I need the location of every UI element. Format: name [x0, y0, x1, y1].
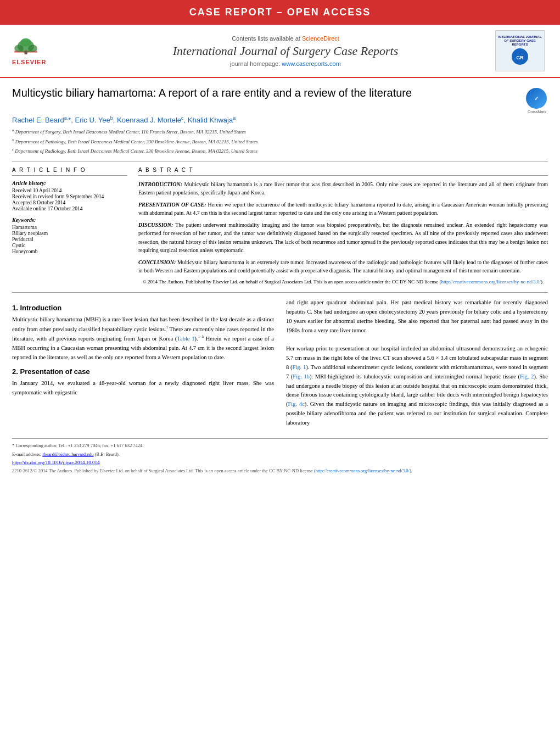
svg-point-4	[14, 44, 24, 52]
keyword-4: Cystic	[12, 243, 127, 248]
abstract-label: A B S T R A C T	[138, 167, 548, 176]
history-revised: Received in revised form 9 September 201…	[12, 194, 127, 199]
history-received: Received 10 April 2014	[12, 188, 127, 193]
keywords-section: Keywords: Hamartoma Biliary neoplasm Per…	[12, 217, 127, 254]
crossmark-badge: ✓ CrossMark	[526, 88, 548, 110]
footnote-star: * Corresponding author. Tel.: +1 253 279…	[12, 442, 548, 449]
journal-logo-box: INTERNATIONAL JOURNAL OF SURGERY CASE RE…	[495, 30, 545, 71]
abstract-conclusion: CONCLUSION: Multicystic biliary hamartom…	[138, 258, 548, 275]
article-info-column: A R T I C L E I N F O Article history: R…	[12, 167, 127, 286]
svg-rect-3	[25, 51, 27, 54]
cc-license-link[interactable]: http://creativecommons.org/licenses/by-n…	[441, 279, 541, 284]
info-abstract-columns: A R T I C L E I N F O Article history: R…	[12, 167, 548, 286]
journal-header-center: Contents lists available at ScienceDirec…	[81, 35, 490, 67]
abstract-presentation: PRESENTATION OF CASE: Herein we report t…	[138, 200, 548, 217]
keyword-1: Hamartoma	[12, 225, 127, 230]
section1-text: Multicystic biliary hamartoma (MBH) is a…	[12, 315, 274, 362]
article-history: Article history: Received 10 April 2014 …	[12, 180, 127, 211]
abstract-conclusion-head: CONCLUSION:	[138, 259, 176, 265]
journal-header-right: INTERNATIONAL JOURNAL OF SURGERY CASE RE…	[495, 30, 550, 71]
abstract-discussion-text: The patient underwent multimodality imag…	[138, 222, 548, 254]
crossmark-icon: ✓	[526, 88, 547, 109]
section1-title: Introduction	[20, 304, 61, 312]
article-title-section: Multicystic biliary hamartoma: A report …	[12, 86, 548, 110]
history-label: Article history:	[12, 180, 127, 186]
abstract-discussion-head: DISCUSSION:	[138, 222, 173, 228]
svg-point-6	[20, 38, 31, 46]
journal-homepage: journal homepage: www.casereports.com	[81, 60, 490, 67]
abstract-intro-text: Multicystic biliary hamartoma is a rare …	[138, 181, 548, 196]
doi-anchor[interactable]: http://dx.doi.org/10.1016/j.ijscr.2014.1…	[12, 460, 100, 465]
abstract-column: A B S T R A C T INTRODUCTION: Multicysti…	[138, 167, 548, 286]
section1-heading: 1. Introduction	[12, 304, 274, 312]
abstract-copyright: © 2014 The Authors. Published by Elsevie…	[138, 278, 548, 286]
email-link[interactable]: rbeard@bidmc.harvard.edu	[42, 451, 93, 457]
elsevier-tree-icon	[12, 37, 40, 58]
history-available: Available online 17 October 2014	[12, 206, 127, 211]
keywords-label: Keywords:	[12, 217, 127, 223]
table1-link[interactable]: Table 1	[177, 336, 194, 342]
article-title: Multicystic biliary hamartoma: A report …	[12, 86, 520, 100]
divider-1	[12, 161, 548, 161]
fig1-link[interactable]: Fig. 1	[293, 364, 306, 370]
svg-point-5	[28, 44, 37, 52]
elsevier-wordmark: ELSEVIER	[12, 59, 46, 65]
authors-line: Rachel E. Bearda,*, Eric U. Yeeb, Koenra…	[12, 115, 548, 124]
keyword-3: Periductal	[12, 237, 127, 242]
article-content: Multicystic biliary hamartoma: A report …	[0, 78, 560, 480]
section1-num: 1.	[12, 304, 18, 312]
abstract-intro-head: INTRODUCTION:	[138, 181, 182, 187]
affiliation-c: c Department of Radiology, Beth Israel D…	[12, 147, 548, 155]
top-banner: CASE REPORT – OPEN ACCESS	[0, 0, 560, 25]
body-columns: 1. Introduction Multicystic biliary hama…	[12, 298, 548, 433]
abstract-presentation-head: PRESENTATION OF CASE:	[138, 202, 206, 208]
doi-link: http://dx.doi.org/10.1016/j.ijscr.2014.1…	[12, 460, 548, 465]
abstract-conclusion-text: Multicystic biliary hamartoma is an extr…	[138, 259, 548, 274]
body-left-column: 1. Introduction Multicystic biliary hama…	[12, 298, 274, 427]
abstract-text: INTRODUCTION: Multicystic biliary hamart…	[138, 180, 548, 286]
section2-text: In January 2014, we evaluated a 48-year-…	[12, 379, 274, 398]
section2-title: Presentation of case	[20, 367, 89, 376]
article-info-label: A R T I C L E I N F O	[12, 167, 127, 176]
section2-num: 2.	[12, 367, 18, 376]
abstract-discussion: DISCUSSION: The patient underwent multim…	[138, 221, 548, 255]
body-right-column: and right upper quadrant abdominal pain.…	[286, 298, 548, 427]
fig2-link[interactable]: Fig. 2	[520, 373, 534, 380]
sciencedirect-anchor[interactable]: ScienceDirect	[302, 35, 339, 42]
footnote-email: E-mail address: rbeard@bidmc.harvard.edu…	[12, 451, 548, 458]
fig1b-link[interactable]: Fig. 1b	[293, 373, 310, 380]
section2-heading: 2. Presentation of case	[12, 367, 274, 376]
journal-header: ELSEVIER Contents lists available at Sci…	[0, 25, 560, 78]
logo-title: INTERNATIONAL JOURNAL OF SURGERY CASE RE…	[498, 35, 542, 47]
keyword-5: Honeycomb	[12, 249, 127, 254]
body-right-text: and right upper quadrant abdominal pain.…	[286, 298, 548, 427]
fig4c-link[interactable]: Fig. 4c	[288, 401, 305, 407]
sciencedirect-link: Contents lists available at ScienceDirec…	[81, 35, 490, 42]
keyword-2: Biliary neoplasm	[12, 231, 127, 236]
copyright-footer: 2210-2612/© 2014 The Authors. Published …	[12, 467, 548, 475]
affiliations: a Department of Surgery, Beth Israel Dea…	[12, 127, 548, 155]
journal-logo-icon: CR	[512, 48, 528, 65]
banner-text: CASE REPORT – OPEN ACCESS	[189, 7, 371, 18]
svg-text:CR: CR	[516, 55, 524, 60]
divider-2	[12, 292, 548, 293]
abstract-intro: INTRODUCTION: Multicystic biliary hamart…	[138, 180, 548, 197]
journal-homepage-link[interactable]: www.casereports.com	[282, 60, 341, 67]
affiliation-a: a Department of Surgery, Beth Israel Dea…	[12, 127, 548, 136]
crossmark-label: CrossMark	[526, 110, 548, 114]
footer-cc-link[interactable]: (http://creativecommons.org/licenses/by-…	[314, 468, 412, 473]
journal-header-left: ELSEVIER	[10, 35, 76, 68]
elsevier-logo: ELSEVIER	[10, 35, 70, 68]
history-accepted: Accepted 8 October 2014	[12, 200, 127, 205]
footer-section: * Corresponding author. Tel.: +1 253 279…	[12, 438, 548, 474]
affiliation-b: b Department of Pathology, Beth Israel D…	[12, 137, 548, 146]
journal-title: International Journal of Surgery Case Re…	[81, 44, 490, 58]
